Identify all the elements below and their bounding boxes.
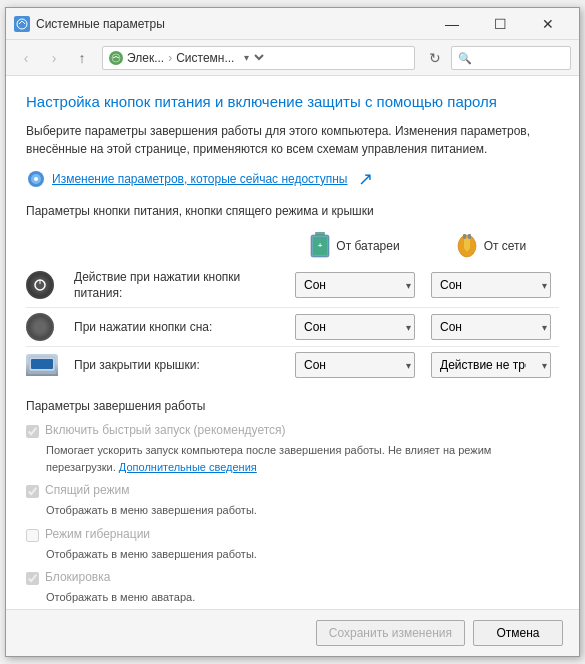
power-settings-table: + От батареи: [26, 228, 559, 384]
checkbox-2[interactable]: [26, 529, 39, 542]
power-dropdown-wrap-1: Сон Действие не требуется Завершение раб…: [431, 314, 551, 340]
forward-button[interactable]: ›: [42, 46, 66, 70]
svg-rect-16: [31, 359, 53, 369]
row-label: При нажатии кнопки сна:: [66, 308, 287, 347]
checkbox-desc-3: Отображать в меню аватара.: [46, 589, 559, 606]
window-icon: [14, 16, 30, 32]
battery-dropdown-wrap-0: Сон Действие не требуется Завершение раб…: [295, 272, 415, 298]
address-icon: [109, 51, 123, 65]
checkboxes-container: Включить быстрый запуск (рекомендуется)П…: [26, 423, 559, 606]
address-separator: ›: [168, 51, 172, 65]
refresh-button[interactable]: ↻: [423, 46, 447, 70]
col-battery-header: + От батареи: [287, 228, 423, 264]
page-description: Выберите параметры завершения работы для…: [26, 122, 559, 158]
up-button[interactable]: ↑: [70, 46, 94, 70]
checkbox-label-3: Блокировка: [45, 570, 110, 584]
footer: Сохранить изменения Отмена: [6, 609, 579, 656]
checkbox-link-0[interactable]: Дополнительные сведения: [119, 461, 257, 473]
power-select-0[interactable]: Сон Действие не требуется Завершение раб…: [431, 272, 551, 298]
address-bar: Элек... › Системн... ▾: [102, 46, 415, 70]
row-label: При закрытии крышки:: [66, 347, 287, 384]
address-dropdown[interactable]: ▾: [238, 51, 267, 64]
checkbox-0[interactable]: [26, 425, 39, 438]
battery-select-0[interactable]: Сон Действие не требуется Завершение раб…: [295, 272, 415, 298]
content-area: Настройка кнопок питания и включение защ…: [6, 76, 579, 609]
page-title: Настройка кнопок питания и включение защ…: [26, 92, 559, 112]
power-table-row: При нажатии кнопки сна: Сон Действие не …: [26, 308, 559, 347]
change-params-link[interactable]: Изменение параметров, которые сейчас нед…: [26, 168, 559, 190]
minimize-button[interactable]: —: [429, 8, 475, 40]
svg-rect-14: [40, 280, 41, 284]
window-controls: — ☐ ✕: [429, 8, 571, 40]
cancel-button[interactable]: Отмена: [473, 620, 563, 646]
checkbox-label-0: Включить быстрый запуск (рекомендуется): [45, 423, 286, 437]
navigation-bar: ‹ › ↑ Элек... › Системн... ▾ ↻: [6, 40, 579, 76]
power-table-row: Действие при нажатии кнопки питания: Сон…: [26, 264, 559, 308]
section2-title: Параметры завершения работы: [26, 399, 559, 413]
row-label: Действие при нажатии кнопки питания:: [66, 264, 287, 308]
svg-rect-17: [28, 371, 56, 374]
shield-link-icon: [26, 169, 46, 189]
svg-text:+: +: [318, 241, 323, 250]
address-part1: Элек...: [127, 51, 164, 65]
back-button[interactable]: ‹: [14, 46, 38, 70]
power-dropdown-wrap-2: Действие не требуется Действие не требуе…: [431, 352, 551, 378]
battery-dropdown-wrap-1: Сон Действие не требуется Завершение раб…: [295, 314, 415, 340]
window-title: Системные параметры: [36, 17, 423, 31]
arrow-hint-icon: ↗: [358, 168, 373, 190]
save-button[interactable]: Сохранить изменения: [316, 620, 465, 646]
power-select-2[interactable]: Действие не требуется Действие не требуе…: [431, 352, 551, 378]
change-params-text: Изменение параметров, которые сейчас нед…: [52, 172, 348, 186]
svg-point-4: [34, 177, 38, 181]
checkbox-row-2: Режим гибернации: [26, 527, 559, 542]
power-button-icon: [26, 271, 54, 299]
checkbox-desc-2: Отображать в меню завершения работы.: [46, 546, 559, 563]
col-power-header: От сети: [423, 228, 559, 264]
power-dropdown-wrap-0: Сон Действие не требуется Завершение раб…: [431, 272, 551, 298]
search-input[interactable]: [451, 46, 571, 70]
section1-title: Параметры кнопки питания, кнопки спящего…: [26, 204, 559, 218]
battery-select-1[interactable]: Сон Действие не требуется Завершение раб…: [295, 314, 415, 340]
close-button[interactable]: ✕: [525, 8, 571, 40]
svg-rect-5: [315, 232, 325, 235]
power-plug-icon: [456, 232, 478, 260]
main-window: Системные параметры — ☐ ✕ ‹ › ↑ Элек... …: [5, 7, 580, 657]
battery-dropdown-wrap-2: Сон Действие не требуется Завершение раб…: [295, 352, 415, 378]
svg-rect-11: [463, 234, 466, 239]
lid-icon: [26, 354, 58, 376]
checkbox-desc-0: Помогает ускорить запуск компьютера посл…: [46, 442, 559, 475]
maximize-button[interactable]: ☐: [477, 8, 523, 40]
checkbox-row-1: Спящий режим: [26, 483, 559, 498]
sleep-button-icon: [26, 313, 54, 341]
power-table-row: При закрытии крышки: Сон Действие не тре…: [26, 347, 559, 384]
battery-select-2[interactable]: Сон Действие не требуется Завершение раб…: [295, 352, 415, 378]
checkbox-label-2: Режим гибернации: [45, 527, 150, 541]
checkbox-row-3: Блокировка: [26, 570, 559, 585]
checkbox-3[interactable]: [26, 572, 39, 585]
checkbox-desc-1: Отображать в меню завершения работы.: [46, 502, 559, 519]
checkbox-1[interactable]: [26, 485, 39, 498]
checkbox-row-0: Включить быстрый запуск (рекомендуется): [26, 423, 559, 438]
title-bar: Системные параметры — ☐ ✕: [6, 8, 579, 40]
battery-icon: +: [310, 232, 330, 260]
power-select-1[interactable]: Сон Действие не требуется Завершение раб…: [431, 314, 551, 340]
svg-rect-12: [468, 234, 471, 239]
address-part2: Системн...: [176, 51, 234, 65]
checkbox-label-1: Спящий режим: [45, 483, 129, 497]
